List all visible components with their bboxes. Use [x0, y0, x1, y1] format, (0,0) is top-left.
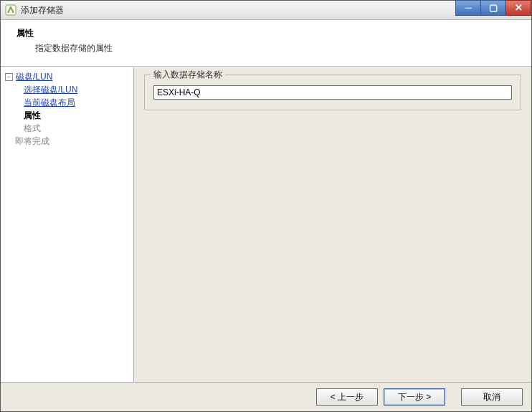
nav-label: 格式	[24, 123, 41, 134]
back-button[interactable]: < 上一步	[316, 388, 378, 406]
nav-item-ready: 即将完成	[2, 135, 132, 148]
nav-item-disk-lun[interactable]: − 磁盘/LUN	[2, 70, 132, 83]
close-button[interactable]: ✕	[505, 0, 531, 16]
app-icon	[5, 4, 16, 16]
maximize-button[interactable]: ▢	[480, 0, 506, 16]
tree-collapse-icon[interactable]: −	[5, 73, 13, 81]
nav-label: 属性	[24, 110, 41, 121]
name-groupbox: 输入数据存储名称	[144, 75, 521, 110]
wizard-header: 属性 指定数据存储的属性	[1, 20, 531, 67]
wizard-body: − 磁盘/LUN 选择磁盘/LUN 当前磁盘布局 属性 格式 即将完成 输入数据…	[1, 67, 531, 382]
nav-item-format: 格式	[2, 122, 132, 135]
nav-item-properties[interactable]: 属性	[2, 109, 132, 122]
datastore-name-input[interactable]	[153, 85, 512, 100]
wizard-heading: 属性	[16, 27, 520, 39]
nav-label: 即将完成	[15, 135, 49, 147]
title-bar: 添加存储器 ─ ▢ ✕	[1, 1, 531, 20]
wizard-footer: < 上一步 下一步 > 取消	[1, 382, 531, 411]
wizard-content: 输入数据存储名称	[134, 67, 531, 382]
nav-label: 选择磁盘/LUN	[24, 84, 77, 95]
minimize-button[interactable]: ─	[455, 0, 481, 16]
nav-label: 当前磁盘布局	[24, 97, 75, 108]
window-controls: ─ ▢ ✕	[456, 0, 531, 16]
cancel-button[interactable]: 取消	[461, 388, 523, 406]
dialog-window: 添加存储器 ─ ▢ ✕ 属性 指定数据存储的属性 − 磁盘/LUN 选择磁盘/L…	[0, 0, 532, 412]
nav-item-disk-layout[interactable]: 当前磁盘布局	[2, 96, 132, 109]
next-button[interactable]: 下一步 >	[384, 388, 445, 406]
wizard-nav: − 磁盘/LUN 选择磁盘/LUN 当前磁盘布局 属性 格式 即将完成	[1, 67, 134, 382]
nav-item-select-disk[interactable]: 选择磁盘/LUN	[2, 83, 132, 96]
wizard-subtext: 指定数据存储的属性	[35, 42, 520, 54]
nav-label: 磁盘/LUN	[16, 71, 52, 82]
groupbox-label: 输入数据存储名称	[151, 69, 225, 81]
window-title: 添加存储器	[21, 4, 64, 16]
